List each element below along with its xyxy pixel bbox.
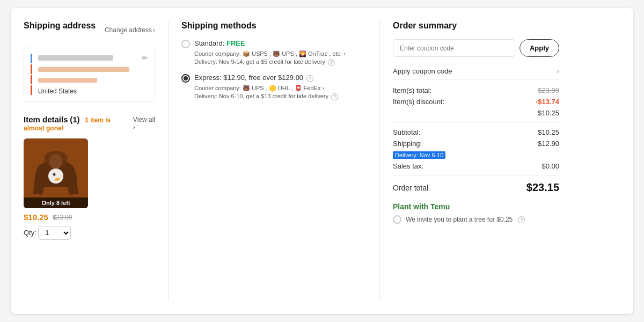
shipping-option-standard: Standard: FREE Courier company: 📦 USPS ,… <box>181 39 367 66</box>
plant-text: We invite you to plant a tree for $0.25 <box>406 216 513 223</box>
items-discount-line: Item(s) discount: -$13.74 <box>393 98 559 106</box>
express-info-icon[interactable]: ? <box>306 75 313 82</box>
only-left-badge: Only 8 left <box>24 197 88 208</box>
view-all-link[interactable]: View all › <box>133 116 155 131</box>
shipping-methods-section: Shipping methods Standard: FREE Courier … <box>181 21 380 301</box>
subtotal-line: Subtotal: $10.25 <box>393 128 559 136</box>
change-address-link[interactable]: Change address › <box>105 26 155 34</box>
delivery-highlight-row: Delivery: Nov 6-10 <box>393 151 559 159</box>
left-section: Shipping address Change address › ✏ <box>24 21 169 301</box>
checkout-container: Shipping address Change address › ✏ <box>11 8 633 314</box>
product-item: Only 8 left $10.25 $23.99 Qty: 1 2 3 <box>24 138 155 240</box>
shipping-line: Shipping: $12.90 <box>393 140 559 148</box>
shipping-address-title: Shipping address <box>24 21 96 31</box>
address-name-redacted <box>38 55 113 61</box>
radio-standard[interactable] <box>181 40 190 48</box>
shipping-option-express: Express: $12.90, free over $129.00 ? Cou… <box>181 74 367 100</box>
standard-courier: Courier company: 📦 USPS , 🐻 UPS , 🌄 OnTr… <box>194 50 367 57</box>
apply-coupon-chevron: › <box>557 67 559 75</box>
subtotal-label: Subtotal: <box>393 128 420 136</box>
sales-tax-label: Sales tax: <box>393 162 423 170</box>
sales-tax-line: Sales tax: $0.00 <box>393 162 559 170</box>
svg-point-0 <box>49 154 62 169</box>
express-courier: Courier company: 🐻 UPS , 🟡 DHL , 📮 FedEx… <box>194 85 367 92</box>
standard-free: FREE <box>226 39 245 47</box>
sales-tax-value: $0.00 <box>541 162 559 170</box>
svg-point-1 <box>48 169 63 184</box>
divider-2 <box>393 175 559 176</box>
plant-info-icon[interactable]: ? <box>518 216 525 223</box>
address-card: ✏ United States <box>24 47 155 102</box>
qty-select[interactable]: 1 2 3 <box>38 226 71 240</box>
divider-1 <box>393 122 559 123</box>
express-delivery: Delivery: Nov 6-10, get a $13 credit for… <box>194 93 367 100</box>
product-price-row: $10.25 $23.99 <box>24 213 155 222</box>
qty-label: Qty: <box>24 229 38 237</box>
items-discount-label: Item(s) discount: <box>393 98 444 106</box>
express-delivery-info-icon[interactable]: ? <box>331 93 338 100</box>
radio-express[interactable] <box>181 74 190 83</box>
net-price-row: $10.25 <box>393 109 559 117</box>
shipping-label: Shipping: <box>393 140 422 148</box>
items-total-label: Item(s) total: <box>393 86 431 94</box>
coupon-row: Apply <box>393 39 559 57</box>
apply-button[interactable]: Apply <box>519 39 559 57</box>
address-line1-redacted <box>38 67 129 72</box>
apply-coupon-row[interactable]: Apply coupon code › <box>393 62 559 80</box>
order-summary-title: Order summary <box>393 21 559 31</box>
items-total-value: $23.99 <box>538 86 559 94</box>
express-label: Express: $12.90, free over $129.00 ? <box>194 74 313 82</box>
address-line2-redacted <box>38 78 97 83</box>
item-details-title: Item details <box>24 115 68 124</box>
product-image-wrapper: Only 8 left <box>24 138 88 208</box>
apply-coupon-text: Apply coupon code <box>393 67 452 75</box>
shipping-value: $12.90 <box>538 140 559 148</box>
item-details-header: Item details (1) 1 item is almost gone! … <box>24 115 155 132</box>
svg-point-3 <box>54 174 55 175</box>
order-total-value: $23.15 <box>526 181 559 194</box>
price-original: $23.99 <box>53 214 72 221</box>
plant-row: We invite you to plant a tree for $0.25 … <box>393 215 559 224</box>
plant-temu-title: Plant with Temu <box>393 202 559 211</box>
order-total-label: Order total <box>393 184 428 192</box>
edit-address-icon[interactable]: ✏ <box>142 54 148 62</box>
standard-delivery-info-icon[interactable]: ? <box>328 59 335 66</box>
order-summary-section: Order summary Apply Apply coupon code › … <box>393 21 559 301</box>
order-total-row: Order total $23.15 <box>393 181 559 194</box>
address-country: United States <box>38 87 77 95</box>
plant-radio[interactable] <box>393 215 401 224</box>
items-total-line: Item(s) total: $23.99 <box>393 86 559 94</box>
item-count: (1) <box>70 115 79 124</box>
hoodie-svg <box>32 147 80 200</box>
price-current: $10.25 <box>24 213 48 222</box>
delivery-highlight: Delivery: Nov 6-10 <box>393 151 445 159</box>
qty-row: Qty: 1 2 3 <box>24 226 155 240</box>
standard-label: Standard: FREE <box>194 39 245 47</box>
shipping-methods-title: Shipping methods <box>181 21 367 31</box>
net-price-value: $10.25 <box>538 109 559 117</box>
items-discount-value: -$13.74 <box>536 98 559 106</box>
coupon-input[interactable] <box>393 39 515 57</box>
standard-delivery: Delivery: Nov 9-14, get a $5 credit for … <box>194 58 367 66</box>
subtotal-value: $10.25 <box>538 128 559 136</box>
address-header: Shipping address Change address › <box>24 21 155 39</box>
